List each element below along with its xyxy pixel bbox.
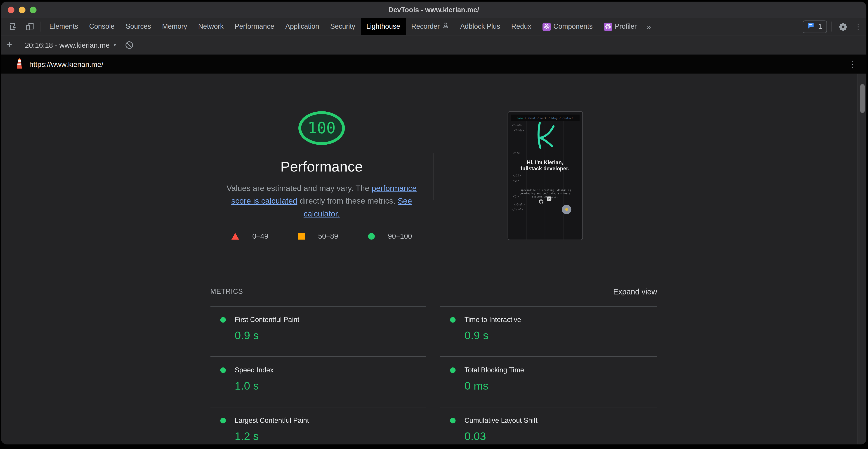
tab-profiler[interactable]: Profiler bbox=[598, 18, 642, 35]
tab-sources[interactable]: Sources bbox=[120, 18, 156, 35]
pass-dot-icon bbox=[450, 367, 456, 373]
legend-average: 50–89 bbox=[298, 232, 338, 240]
scrollbar-thumb[interactable] bbox=[860, 84, 865, 113]
titlebar: DevTools - www.kierian.me/ bbox=[1, 2, 866, 18]
settings-gear-icon[interactable] bbox=[836, 20, 850, 33]
description-text-1: Values are estimated and may vary. The bbox=[226, 184, 371, 193]
snapbar-separator bbox=[18, 39, 18, 51]
github-icon bbox=[539, 196, 544, 206]
window-title: DevTools - www.kierian.me/ bbox=[1, 6, 866, 13]
legend-pass: 90–100 bbox=[368, 232, 412, 240]
tab-performance[interactable]: Performance bbox=[229, 18, 280, 35]
code-tag: <p> bbox=[513, 179, 519, 182]
toolbar-separator bbox=[40, 22, 40, 32]
more-tabs-chevron-icon[interactable]: » bbox=[642, 18, 655, 35]
feedback-button[interactable]: 1 bbox=[803, 20, 827, 33]
metric-value: 0 ms bbox=[465, 380, 657, 392]
thumb-heading: Hi, I'm Kierian, fullstack developer. bbox=[516, 159, 575, 171]
tab-recorder[interactable]: Recorder bbox=[406, 18, 455, 35]
score-summary-row: 100 Performance Values are estimated and… bbox=[211, 74, 657, 240]
lighthouse-report: 100 Performance Values are estimated and… bbox=[1, 74, 866, 444]
tab-console[interactable]: Console bbox=[84, 18, 120, 35]
thumb-chat-dot bbox=[565, 208, 567, 211]
device-toolbar-icon[interactable] bbox=[23, 20, 37, 33]
dropdown-arrow-icon: ▾ bbox=[114, 42, 116, 47]
category-title: Performance bbox=[281, 158, 363, 175]
experiment-flask-icon bbox=[442, 22, 449, 31]
react-profiler-icon bbox=[604, 22, 612, 31]
description-text-2: directly from these metrics. bbox=[297, 196, 398, 205]
metric-speed-index: Speed Index 1.0 s bbox=[211, 356, 426, 407]
devtools-tabbar: Elements Console Sources Memory Network … bbox=[1, 18, 866, 35]
metric-cumulative-layout-shift: Cumulative Layout Shift 0.03 bbox=[440, 407, 657, 445]
performance-score-gauge[interactable]: 100 bbox=[298, 111, 345, 145]
code-tag: <body> bbox=[513, 129, 524, 132]
report-scrollbar[interactable] bbox=[857, 74, 866, 444]
lighthouse-snapshot-bar: + 20:16:18 - www.kierian.me ▾ bbox=[1, 35, 866, 55]
metric-first-contentful-paint: First Contentful Paint 0.9 s bbox=[211, 306, 426, 356]
code-tag: </html> bbox=[511, 208, 523, 211]
site-screenshot-thumbnail: home / about / work / blog / contact <ht… bbox=[507, 111, 583, 240]
summary-divider bbox=[433, 153, 433, 200]
screenshot-panel: home / about / work / blog / contact <ht… bbox=[433, 74, 657, 240]
metrics-heading: METRICS bbox=[211, 288, 243, 295]
screen: DevTools - www.kierian.me/ Elements Cons… bbox=[0, 0, 868, 449]
pass-dot-icon bbox=[220, 317, 226, 322]
tab-memory[interactable]: Memory bbox=[157, 18, 193, 35]
feedback-bubble-icon bbox=[807, 22, 815, 31]
tested-url: https://www.kierian.me/ bbox=[29, 60, 103, 68]
tab-redux[interactable]: Redux bbox=[506, 18, 537, 35]
metrics-grid: First Contentful Paint 0.9 s Time to Int… bbox=[211, 306, 657, 444]
clear-reports-icon[interactable] bbox=[123, 38, 136, 52]
legend-fail: 0–49 bbox=[231, 232, 268, 240]
metrics-header: METRICS Expand view bbox=[211, 287, 657, 296]
lighthouse-logo-icon bbox=[16, 58, 23, 70]
legend-fail-label: 0–49 bbox=[252, 232, 268, 240]
pass-dot-icon bbox=[450, 418, 456, 423]
report-container: 100 Performance Values are estimated and… bbox=[211, 74, 657, 444]
code-tag: <h1> bbox=[513, 152, 520, 154]
pass-dot-icon bbox=[220, 418, 226, 423]
code-tag: <html> bbox=[511, 124, 522, 127]
pass-dot-icon bbox=[220, 367, 226, 373]
controls-separator bbox=[831, 22, 832, 32]
metric-largest-contentful-paint: Largest Contentful Paint 1.2 s bbox=[211, 407, 426, 445]
devtools-tool-icons bbox=[1, 18, 44, 35]
tab-network[interactable]: Network bbox=[193, 18, 229, 35]
tab-security[interactable]: Security bbox=[324, 18, 361, 35]
metric-total-blocking-time: Total Blocking Time 0 ms bbox=[440, 356, 657, 407]
tab-adblock-plus[interactable]: Adblock Plus bbox=[455, 18, 506, 35]
thumb-chat-widget bbox=[561, 205, 571, 214]
linkedin-icon: in bbox=[547, 196, 552, 201]
average-square-icon bbox=[298, 233, 305, 239]
devtools-menu-kebab-icon[interactable]: ⋮ bbox=[854, 22, 862, 31]
inspect-element-icon[interactable] bbox=[6, 20, 20, 33]
metric-value: 0.9 s bbox=[465, 329, 657, 342]
metric-value: 1.2 s bbox=[235, 430, 426, 443]
tab-lighthouse[interactable]: Lighthouse bbox=[361, 18, 406, 35]
fail-triangle-icon bbox=[231, 233, 239, 239]
thumb-site-nav: home / about / work / blog / contact bbox=[510, 115, 579, 121]
thumb-social-icons: in bbox=[508, 196, 582, 206]
pass-circle-icon bbox=[368, 233, 375, 239]
metric-value: 0.9 s bbox=[235, 329, 426, 342]
score-legend: 0–49 50–89 90–100 bbox=[231, 232, 412, 240]
tab-elements[interactable]: Elements bbox=[43, 18, 84, 35]
feedback-count: 1 bbox=[818, 23, 822, 30]
tab-application[interactable]: Application bbox=[280, 18, 325, 35]
tab-components[interactable]: Components bbox=[537, 18, 598, 35]
legend-pass-label: 90–100 bbox=[388, 232, 412, 240]
devtools-tabs: Elements Console Sources Memory Network … bbox=[43, 18, 655, 35]
score-value: 100 bbox=[308, 119, 336, 137]
new-report-plus-icon[interactable]: + bbox=[1, 39, 18, 51]
metric-time-to-interactive: Time to Interactive 0.9 s bbox=[440, 306, 657, 356]
react-components-icon bbox=[542, 22, 551, 31]
report-selector-label: 20:16:18 - www.kierian.me bbox=[25, 41, 110, 49]
expand-view-button[interactable]: Expand view bbox=[613, 287, 657, 296]
thumb-gridline bbox=[526, 121, 527, 239]
tabbar-right-controls: 1 ⋮ bbox=[803, 18, 866, 35]
devtools-window: DevTools - www.kierian.me/ Elements Cons… bbox=[1, 2, 866, 444]
report-selector-dropdown[interactable]: 20:16:18 - www.kierian.me ▾ bbox=[25, 41, 116, 49]
report-options-kebab-icon[interactable]: ⋮ bbox=[848, 60, 856, 68]
metric-value: 1.0 s bbox=[235, 380, 426, 392]
